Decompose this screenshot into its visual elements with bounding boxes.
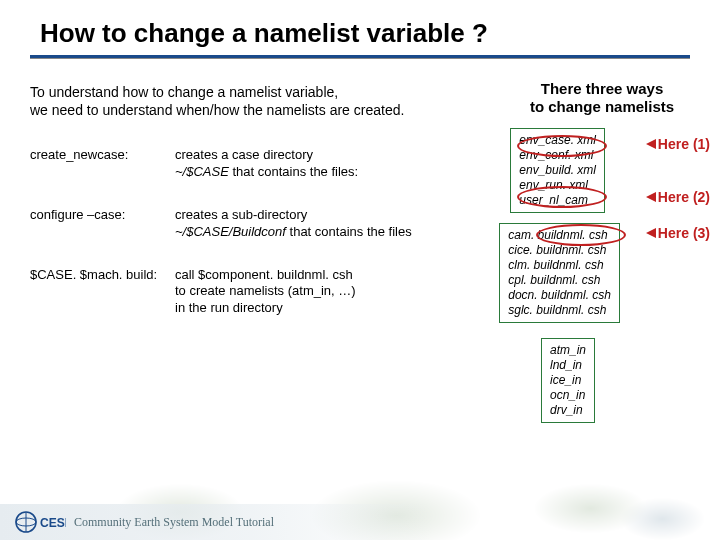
- file-item: atm_in: [550, 343, 586, 358]
- here-label-1: Here (1): [646, 136, 710, 152]
- step-create-newcase: create_newcase: creates a case directory…: [30, 147, 710, 181]
- here-label-2: Here (2): [646, 189, 710, 205]
- highlight-circle-3: [536, 224, 626, 246]
- svg-text:CESM: CESM: [40, 516, 66, 530]
- here-label-3: Here (3): [646, 225, 710, 241]
- tagline-line2: to change namelists: [530, 98, 674, 115]
- arrow-left-icon: [646, 192, 656, 202]
- file-item: clm. buildnml. csh: [508, 258, 611, 273]
- step-desc-tail: that contains the files: [286, 224, 412, 239]
- file-item: ocn_in: [550, 388, 586, 403]
- filebox-namelist-files: atm_in lnd_in ice_in ocn_in drv_in: [541, 338, 595, 423]
- step-desc-path: ~/$CASE: [175, 164, 229, 179]
- here-text: Here (3): [658, 225, 710, 241]
- step-desc-text: creates a case directory: [175, 147, 313, 162]
- arrow-left-icon: [646, 139, 656, 149]
- step-desc-line: call $component. buildnml. csh: [175, 267, 353, 282]
- tagline-line1: There three ways: [541, 80, 664, 97]
- here-text: Here (2): [658, 189, 710, 205]
- step-desc-line: in the run directory: [175, 300, 283, 315]
- step-desc-path: ~/$CASE/Buildconf: [175, 224, 286, 239]
- step-desc-line: to create namelists (atm_in, …): [175, 283, 356, 298]
- slide-footer: CESM Community Earth System Model Tutori…: [0, 504, 720, 540]
- step-desc-text: creates a sub-directory: [175, 207, 307, 222]
- file-item: docn. buildnml. csh: [508, 288, 611, 303]
- tagline: There three ways to change namelists: [502, 80, 702, 116]
- cesm-logo-icon: CESM: [14, 510, 66, 534]
- highlight-circle-1: [517, 135, 607, 157]
- file-item: drv_in: [550, 403, 586, 418]
- slide-title: How to change a namelist variable ?: [0, 0, 720, 55]
- file-item: ice_in: [550, 373, 586, 388]
- highlight-circle-2: [517, 186, 607, 208]
- arrow-left-icon: [646, 228, 656, 238]
- step-label: create_newcase:: [30, 147, 175, 181]
- file-item: cpl. buildnml. csh: [508, 273, 611, 288]
- step-desc: creates a case directory ~/$CASE that co…: [175, 147, 358, 181]
- step-label: configure –case:: [30, 207, 175, 241]
- step-desc: call $component. buildnml. csh to create…: [175, 267, 356, 318]
- step-label: $CASE. $mach. build:: [30, 267, 175, 318]
- step-desc-tail: that contains the files:: [229, 164, 358, 179]
- file-item: lnd_in: [550, 358, 586, 373]
- footer-text: Community Earth System Model Tutorial: [74, 515, 274, 530]
- title-underline: [30, 55, 690, 58]
- file-item: sglc. buildnml. csh: [508, 303, 611, 318]
- slide-content: There three ways to change namelists To …: [30, 68, 710, 343]
- step-desc: creates a sub-directory ~/$CASE/Buildcon…: [175, 207, 412, 241]
- here-text: Here (1): [658, 136, 710, 152]
- file-item: env_build. xml: [519, 163, 596, 178]
